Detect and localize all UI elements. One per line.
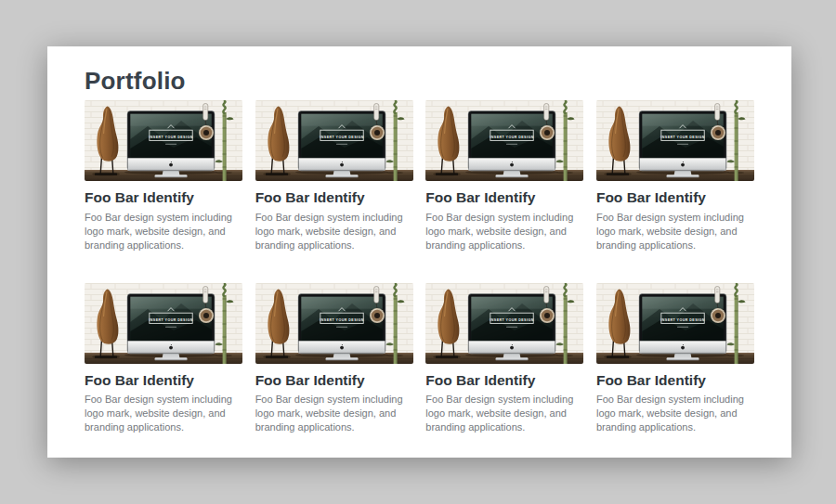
imac-mockup-thumbnail[interactable] — [85, 283, 242, 364]
portfolio-item-description: Foo Bar design system including logo mar… — [596, 393, 754, 434]
imac-mockup-thumbnail[interactable] — [425, 283, 583, 364]
portfolio-item-description: Foo Bar design system including logo mar… — [255, 211, 413, 252]
imac-mockup-thumbnail[interactable] — [425, 100, 583, 181]
page-title: Portfolio — [85, 69, 754, 93]
portfolio-card[interactable]: Foo Bar Identify Foo Bar design system i… — [85, 100, 242, 252]
portfolio-item-title[interactable]: Foo Bar Identify — [425, 189, 583, 207]
page-background: Portfolio Foo Bar Identify Foo Bar desig… — [0, 0, 836, 504]
portfolio-item-description: Foo Bar design system including logo mar… — [425, 393, 583, 434]
portfolio-item-description: Foo Bar design system including logo mar… — [596, 211, 754, 252]
imac-mockup-thumbnail[interactable] — [255, 283, 413, 364]
portfolio-card[interactable]: Foo Bar Identify Foo Bar design system i… — [596, 100, 754, 252]
portfolio-panel: Portfolio Foo Bar Identify Foo Bar desig… — [47, 46, 791, 458]
portfolio-card[interactable]: Foo Bar Identify Foo Bar design system i… — [425, 283, 583, 435]
portfolio-item-title[interactable]: Foo Bar Identify — [255, 189, 413, 207]
imac-mockup-thumbnail[interactable] — [85, 100, 242, 181]
portfolio-item-description: Foo Bar design system including logo mar… — [85, 393, 242, 434]
imac-mockup-thumbnail[interactable] — [255, 100, 413, 181]
portfolio-card[interactable]: Foo Bar Identify Foo Bar design system i… — [425, 100, 583, 252]
portfolio-item-title[interactable]: Foo Bar Identify — [596, 189, 754, 207]
portfolio-item-title[interactable]: Foo Bar Identify — [596, 372, 754, 390]
portfolio-item-title[interactable]: Foo Bar Identify — [85, 189, 242, 207]
portfolio-card[interactable]: Foo Bar Identify Foo Bar design system i… — [255, 100, 413, 252]
portfolio-item-title[interactable]: Foo Bar Identify — [255, 372, 413, 390]
portfolio-card[interactable]: Foo Bar Identify Foo Bar design system i… — [85, 283, 242, 435]
imac-mockup-thumbnail[interactable] — [596, 283, 754, 364]
portfolio-item-title[interactable]: Foo Bar Identify — [85, 372, 242, 390]
portfolio-item-description: Foo Bar design system including logo mar… — [255, 393, 413, 434]
portfolio-card[interactable]: Foo Bar Identify Foo Bar design system i… — [596, 283, 754, 435]
portfolio-item-title[interactable]: Foo Bar Identify — [425, 372, 583, 390]
imac-mockup-thumbnail[interactable] — [596, 100, 754, 181]
portfolio-item-description: Foo Bar design system including logo mar… — [425, 211, 583, 252]
portfolio-grid: Foo Bar Identify Foo Bar design system i… — [85, 100, 754, 434]
portfolio-card[interactable]: Foo Bar Identify Foo Bar design system i… — [255, 283, 413, 435]
portfolio-item-description: Foo Bar design system including logo mar… — [85, 211, 242, 252]
